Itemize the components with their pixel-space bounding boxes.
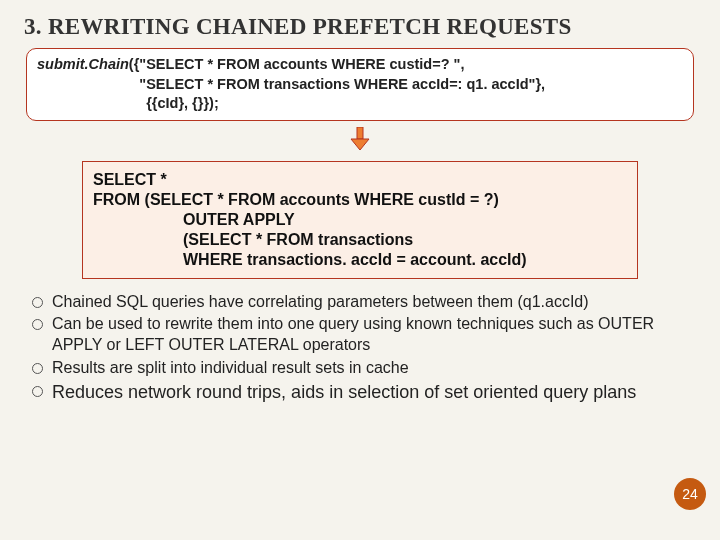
sql-line-3: OUTER APPLY — [93, 210, 627, 230]
fn-name: submit.Chain — [37, 56, 129, 72]
slide-title: 3. REWRITING CHAINED PREFETCH REQUESTS — [22, 10, 698, 46]
svg-rect-0 — [357, 127, 363, 139]
source-code-box: submit.Chain({"SELECT * FROM accounts WH… — [26, 48, 694, 121]
bullet-item: Results are split into individual result… — [28, 357, 698, 380]
arrow-down — [22, 121, 698, 157]
sql-line-1: SELECT * — [93, 170, 627, 190]
code1-line2: "SELECT * FROM transactions WHERE accId=… — [139, 76, 545, 92]
code1-line3: {{cId}, {}}); — [146, 95, 219, 111]
code1-line1: ({"SELECT * FROM accounts WHERE custid=?… — [129, 56, 465, 72]
bullet-list: Chained SQL queries have correlating par… — [22, 289, 698, 406]
svg-marker-1 — [351, 139, 369, 150]
bullet-item: Chained SQL queries have correlating par… — [28, 291, 698, 314]
arrow-down-icon — [350, 127, 370, 151]
bullet-item: Can be used to rewrite them into one que… — [28, 313, 698, 357]
bullet-item: Reduces network round trips, aids in sel… — [28, 380, 698, 405]
sql-line-4: (SELECT * FROM transactions — [93, 230, 627, 250]
rewritten-sql-box: SELECT * FROM (SELECT * FROM accounts WH… — [82, 161, 638, 279]
slide-number-badge: 24 — [674, 478, 706, 510]
sql-line-5: WHERE transactions. accId = account. acc… — [93, 250, 627, 270]
sql-line-2: FROM (SELECT * FROM accounts WHERE custI… — [93, 190, 627, 210]
